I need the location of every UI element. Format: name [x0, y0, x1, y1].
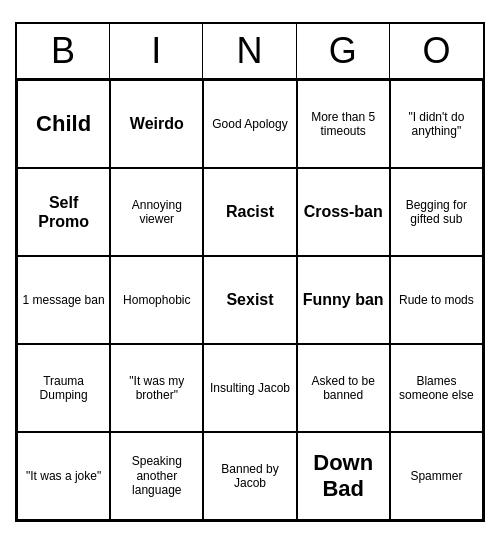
- bingo-cell: Annoying viewer: [110, 168, 203, 256]
- bingo-cell: Homophobic: [110, 256, 203, 344]
- bingo-letter: O: [390, 24, 483, 78]
- bingo-grid: ChildWeirdoGood ApologyMore than 5 timeo…: [17, 80, 483, 520]
- bingo-letter: G: [297, 24, 390, 78]
- bingo-cell: "It was my brother": [110, 344, 203, 432]
- bingo-cell: Banned by Jacob: [203, 432, 296, 520]
- bingo-cell: Trauma Dumping: [17, 344, 110, 432]
- bingo-cell: Sexist: [203, 256, 296, 344]
- bingo-cell: Speaking another language: [110, 432, 203, 520]
- bingo-cell: Blames someone else: [390, 344, 483, 432]
- bingo-cell: Asked to be banned: [297, 344, 390, 432]
- bingo-cell: Cross-ban: [297, 168, 390, 256]
- bingo-cell: Self Promo: [17, 168, 110, 256]
- bingo-letter: I: [110, 24, 203, 78]
- bingo-cell: "It was a joke": [17, 432, 110, 520]
- bingo-cell: Racist: [203, 168, 296, 256]
- bingo-cell: Insulting Jacob: [203, 344, 296, 432]
- bingo-card: BINGO ChildWeirdoGood ApologyMore than 5…: [15, 22, 485, 522]
- bingo-letter: N: [203, 24, 296, 78]
- bingo-cell: More than 5 timeouts: [297, 80, 390, 168]
- bingo-cell: Rude to mods: [390, 256, 483, 344]
- bingo-cell: Child: [17, 80, 110, 168]
- bingo-cell: Funny ban: [297, 256, 390, 344]
- bingo-cell: Good Apology: [203, 80, 296, 168]
- bingo-cell: Begging for gifted sub: [390, 168, 483, 256]
- bingo-cell: "I didn't do anything": [390, 80, 483, 168]
- bingo-cell: 1 message ban: [17, 256, 110, 344]
- bingo-letter: B: [17, 24, 110, 78]
- bingo-cell: Spammer: [390, 432, 483, 520]
- bingo-cell: Weirdo: [110, 80, 203, 168]
- bingo-cell: Down Bad: [297, 432, 390, 520]
- bingo-header: BINGO: [17, 24, 483, 80]
